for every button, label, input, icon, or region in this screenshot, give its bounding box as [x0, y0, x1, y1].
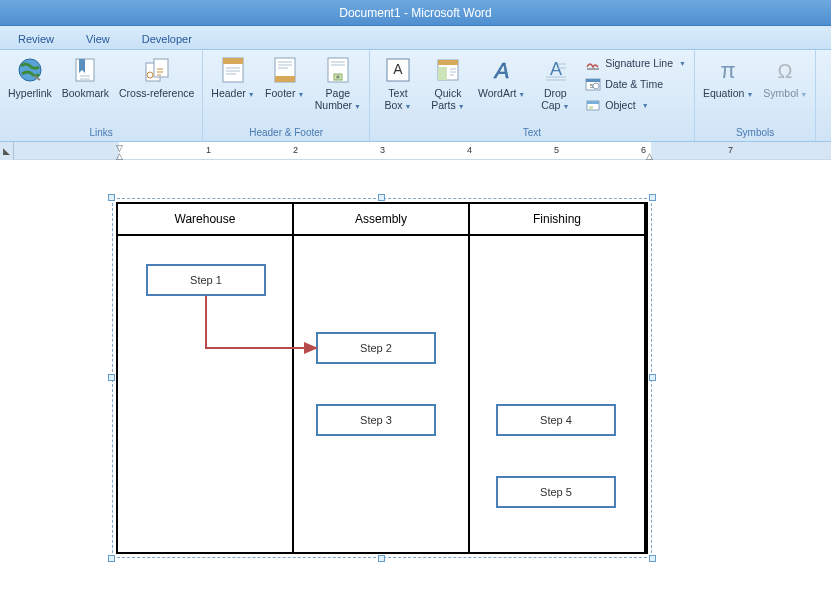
bookmark-icon	[70, 55, 100, 85]
step-5-box[interactable]: Step 5	[496, 476, 616, 508]
step-2-box[interactable]: Step 2	[316, 332, 436, 364]
footer-button[interactable]: Footer▼	[261, 53, 309, 101]
page: Warehouse Assembly Finishing Step 1 Step…	[14, 168, 804, 588]
lane-header-finishing: Finishing	[470, 204, 644, 236]
step-4-box[interactable]: Step 4	[496, 404, 616, 436]
wordart-icon: A	[487, 55, 517, 85]
resize-handle-ne[interactable]	[649, 194, 656, 201]
svg-rect-6	[223, 58, 243, 64]
drop-cap-icon: A	[540, 55, 570, 85]
group-links: Hyperlink Bookmark Cross-reference Links	[0, 50, 203, 141]
ribbon: Hyperlink Bookmark Cross-reference Links…	[0, 50, 831, 142]
page-number-icon: #	[323, 55, 353, 85]
svg-text:A: A	[492, 58, 509, 83]
object-button[interactable]: Object▼	[581, 95, 690, 115]
group-label-hf: Header & Footer	[207, 125, 365, 141]
resize-handle-se[interactable]	[649, 555, 656, 562]
resize-handle-sw[interactable]	[108, 555, 115, 562]
date-time-button[interactable]: 5 Date & Time	[581, 74, 690, 94]
step-3-box[interactable]: Step 3	[316, 404, 436, 436]
chevron-down-icon: ▼	[354, 103, 361, 110]
text-box-button[interactable]: A Text Box▼	[374, 53, 422, 113]
selected-diagram-object[interactable]: Warehouse Assembly Finishing Step 1 Step…	[112, 198, 652, 558]
equation-button[interactable]: π Equation▼	[699, 53, 757, 101]
symbol-icon: Ω	[770, 55, 800, 85]
chevron-down-icon: ▼	[297, 91, 304, 98]
chevron-down-icon: ▼	[518, 91, 525, 98]
symbol-button[interactable]: Ω Symbol▼	[759, 53, 811, 101]
tab-view[interactable]: View	[72, 29, 124, 49]
resize-handle-w[interactable]	[108, 374, 115, 381]
chevron-down-icon: ▼	[405, 103, 412, 110]
svg-text:A: A	[393, 61, 403, 77]
globe-icon	[15, 55, 45, 85]
date-time-icon: 5	[585, 76, 601, 92]
group-symbols: π Equation▼ Ω Symbol▼ Symbols	[695, 50, 816, 141]
group-label-text: Text	[374, 125, 690, 141]
object-icon	[585, 97, 601, 113]
step-1-box[interactable]: Step 1	[146, 264, 266, 296]
group-label-links: Links	[4, 125, 198, 141]
svg-text:A: A	[550, 59, 562, 79]
equation-icon: π	[713, 55, 743, 85]
quick-parts-button[interactable]: Quick Parts▼	[424, 53, 472, 113]
chevron-down-icon: ▼	[679, 60, 686, 67]
group-text: A Text Box▼ Quick Parts▼ A WordArt▼ A Dr…	[370, 50, 695, 141]
resize-handle-n[interactable]	[378, 194, 385, 201]
resize-handle-e[interactable]	[649, 374, 656, 381]
svg-rect-20	[586, 79, 600, 82]
title-bar: Document1 - Microsoft Word	[0, 0, 831, 26]
quick-parts-icon	[433, 55, 463, 85]
lane-header-warehouse: Warehouse	[118, 204, 292, 236]
header-button[interactable]: Header▼	[207, 53, 258, 101]
tab-developer[interactable]: Developer	[128, 29, 206, 49]
svg-rect-8	[275, 76, 295, 82]
svg-text:Ω: Ω	[778, 60, 793, 82]
horizontal-ruler[interactable]: ◣ ▽ △ △ 1 2 3 4 5 6 7	[0, 142, 831, 160]
svg-rect-15	[438, 60, 458, 65]
wordart-button[interactable]: A WordArt▼	[474, 53, 529, 101]
ribbon-tabs: Review View Developer	[0, 26, 831, 50]
svg-text:π: π	[721, 58, 736, 83]
chevron-down-icon: ▼	[746, 91, 753, 98]
signature-icon	[585, 55, 601, 71]
signature-line-button[interactable]: Signature Line▼	[581, 53, 690, 73]
lane-assembly: Assembly	[294, 204, 470, 552]
chevron-down-icon: ▼	[562, 103, 569, 110]
resize-handle-nw[interactable]	[108, 194, 115, 201]
tab-review[interactable]: Review	[4, 29, 68, 49]
svg-point-22	[593, 83, 599, 89]
chevron-down-icon: ▼	[458, 103, 465, 110]
footer-icon	[270, 55, 300, 85]
group-header-footer: Header▼ Footer▼ # Page Number▼ Header & …	[203, 50, 370, 141]
resize-handle-s[interactable]	[378, 555, 385, 562]
text-box-icon: A	[383, 55, 413, 85]
lane-warehouse: Warehouse	[118, 204, 294, 552]
cross-reference-icon	[142, 55, 172, 85]
header-icon	[218, 55, 248, 85]
tab-selector[interactable]: ◣	[0, 142, 14, 160]
chevron-down-icon: ▼	[642, 102, 649, 109]
chevron-down-icon: ▼	[800, 91, 807, 98]
bookmark-button[interactable]: Bookmark	[58, 53, 113, 101]
document-area[interactable]: Warehouse Assembly Finishing Step 1 Step…	[0, 160, 831, 595]
swimlane-diagram: Warehouse Assembly Finishing Step 1 Step…	[116, 202, 648, 554]
chevron-down-icon: ▼	[248, 91, 255, 98]
svg-rect-24	[587, 101, 599, 104]
lane-header-assembly: Assembly	[294, 204, 468, 236]
document-title: Document1 - Microsoft Word	[339, 6, 492, 20]
svg-rect-3	[154, 59, 168, 77]
page-number-button[interactable]: # Page Number▼	[311, 53, 365, 113]
svg-rect-25	[589, 106, 593, 109]
cross-reference-button[interactable]: Cross-reference	[115, 53, 198, 101]
group-label-symbols: Symbols	[699, 125, 811, 141]
hyperlink-button[interactable]: Hyperlink	[4, 53, 56, 101]
drop-cap-button[interactable]: A Drop Cap▼	[531, 53, 579, 113]
svg-rect-16	[438, 67, 447, 80]
